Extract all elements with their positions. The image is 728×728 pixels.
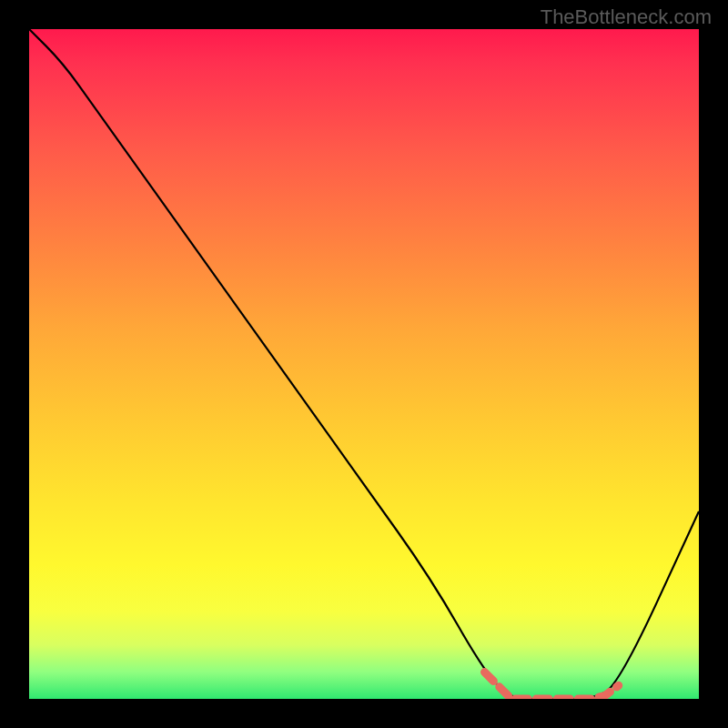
bottleneck-curve [29, 29, 699, 699]
optimal-range-marker [484, 672, 618, 699]
chart-svg [29, 29, 699, 699]
watermark-text: TheBottleneck.com [541, 5, 712, 29]
chart-area [29, 29, 699, 699]
